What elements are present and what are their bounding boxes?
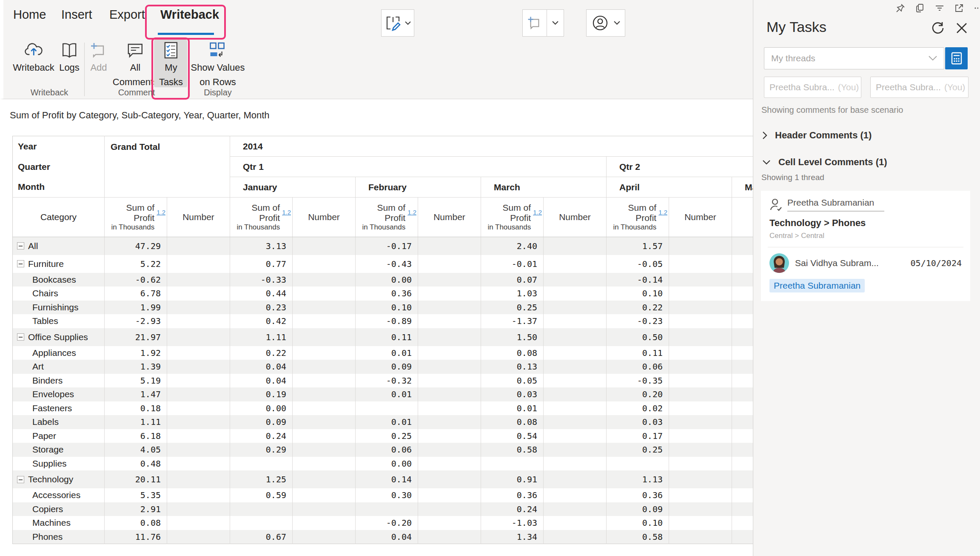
number-value-cell[interactable] xyxy=(293,401,356,416)
profit-value-cell[interactable]: 0.06 xyxy=(356,443,418,457)
profit-value-cell-clipped[interactable] xyxy=(732,346,755,360)
row-header-cell[interactable]: Chairs xyxy=(13,287,105,301)
row-header-cell[interactable]: Labels xyxy=(13,415,105,429)
number-value-cell[interactable] xyxy=(418,401,481,416)
number-value-cell[interactable] xyxy=(544,360,607,374)
number-format-link[interactable]: 1.2 xyxy=(533,209,542,216)
profit-value-cell[interactable]: -0.23 xyxy=(607,314,669,328)
profit-value-cell[interactable]: -0.05 xyxy=(607,255,669,273)
profit-value-cell-clipped[interactable] xyxy=(732,516,755,530)
number-value-cell[interactable] xyxy=(669,488,732,502)
profit-value-cell[interactable]: 1.11 xyxy=(230,328,293,346)
profit-value-cell[interactable]: 0.25 xyxy=(607,443,669,457)
number-value-cell[interactable] xyxy=(167,429,230,443)
number-value-cell[interactable] xyxy=(293,287,356,301)
profit-value-cell[interactable]: -1.03 xyxy=(481,516,544,530)
number-value-cell[interactable] xyxy=(544,502,607,516)
number-value-cell[interactable] xyxy=(544,488,607,502)
profit-value-cell[interactable]: 0.58 xyxy=(481,443,544,457)
profit-value-cell[interactable]: 0.06 xyxy=(607,360,669,374)
number-value-cell[interactable] xyxy=(544,443,607,457)
number-value-cell[interactable] xyxy=(669,360,732,374)
profit-value-cell[interactable]: -0.20 xyxy=(356,516,418,530)
number-value-cell[interactable] xyxy=(293,346,356,360)
number-value-cell[interactable] xyxy=(167,374,230,388)
number-value-cell[interactable] xyxy=(167,237,230,255)
number-value-cell[interactable] xyxy=(167,530,230,544)
row-header-cell[interactable]: Office Supplies xyxy=(13,328,105,346)
profit-value-cell[interactable]: -0.32 xyxy=(356,374,418,388)
profit-value-cell[interactable] xyxy=(607,457,669,471)
profit-value-cell[interactable]: 0.30 xyxy=(356,488,418,502)
number-value-cell[interactable] xyxy=(167,470,230,488)
number-value-cell[interactable] xyxy=(544,301,607,315)
profit-value-cell-clipped[interactable] xyxy=(732,488,755,502)
thread-filter-select[interactable]: My threads xyxy=(764,47,944,69)
number-value-cell[interactable] xyxy=(167,255,230,273)
profit-value-cell[interactable]: -0.14 xyxy=(607,273,669,287)
number-value-cell[interactable] xyxy=(669,470,732,488)
number-value-cell[interactable] xyxy=(293,429,356,443)
number-value-cell[interactable] xyxy=(167,443,230,457)
number-value-cell[interactable] xyxy=(669,374,732,388)
number-value-cell[interactable] xyxy=(418,530,481,544)
profit-value-cell[interactable]: 0.02 xyxy=(607,401,669,416)
writeback-button[interactable]: Writeback xyxy=(13,41,54,74)
header-comments-section-toggle[interactable]: Header Comments (1) xyxy=(761,130,872,141)
number-value-cell[interactable] xyxy=(167,273,230,287)
row-header-cell[interactable]: Phones xyxy=(13,530,105,544)
profit-value-cell[interactable]: 1.50 xyxy=(481,328,544,346)
add-comment-button[interactable]: Add xyxy=(90,41,108,74)
number-value-cell[interactable] xyxy=(418,237,481,255)
number-value-cell[interactable] xyxy=(669,502,732,516)
collapse-icon[interactable] xyxy=(17,242,24,249)
collapse-icon[interactable] xyxy=(17,333,24,341)
profit-value-cell[interactable]: 5.19 xyxy=(105,374,167,388)
profit-value-cell-clipped[interactable] xyxy=(732,429,755,443)
profit-value-cell[interactable]: -1.37 xyxy=(481,314,544,328)
number-value-cell[interactable] xyxy=(418,502,481,516)
number-value-cell[interactable] xyxy=(544,273,607,287)
profit-value-cell[interactable]: 6.78 xyxy=(105,287,167,301)
number-value-cell[interactable] xyxy=(167,488,230,502)
profit-value-cell[interactable]: 0.23 xyxy=(230,301,293,315)
profit-value-cell[interactable]: 0.01 xyxy=(481,401,544,416)
number-value-cell[interactable] xyxy=(418,387,481,401)
profit-value-cell[interactable]: 0.36 xyxy=(356,287,418,301)
tab-home[interactable]: Home xyxy=(13,8,46,22)
cell-reference-button[interactable] xyxy=(945,47,968,69)
tab-writeback[interactable]: Writeback xyxy=(160,8,219,22)
profit-value-cell[interactable]: 1.13 xyxy=(607,470,669,488)
refresh-icon[interactable] xyxy=(931,21,945,35)
profit-value-cell[interactable]: 0.19 xyxy=(230,387,293,401)
new-comment-dropdown[interactable] xyxy=(547,9,564,37)
number-value-cell[interactable] xyxy=(418,374,481,388)
profit-value-cell-clipped[interactable] xyxy=(732,415,755,429)
number-value-cell[interactable] xyxy=(669,429,732,443)
profit-value-cell[interactable]: 0.50 xyxy=(607,328,669,346)
number-format-link[interactable]: 1.2 xyxy=(658,209,667,216)
profit-value-cell[interactable]: 0.01 xyxy=(356,346,418,360)
profit-value-cell-clipped[interactable] xyxy=(732,273,755,287)
number-value-cell[interactable] xyxy=(167,360,230,374)
row-header-cell[interactable]: Binders xyxy=(13,374,105,388)
profit-value-cell-clipped[interactable] xyxy=(732,502,755,516)
profit-value-cell[interactable]: 0.08 xyxy=(481,415,544,429)
profit-value-cell[interactable] xyxy=(356,401,418,416)
assignee-filter-2[interactable]: Preetha Subra... (You) xyxy=(870,77,969,98)
profit-value-cell[interactable]: 0.03 xyxy=(607,415,669,429)
profit-value-cell[interactable]: 0.25 xyxy=(356,429,418,443)
profit-value-cell[interactable]: 0.58 xyxy=(607,530,669,544)
row-header-cell[interactable]: Machines xyxy=(13,516,105,530)
row-header-cell[interactable]: Supplies xyxy=(13,457,105,471)
number-value-cell[interactable] xyxy=(293,360,356,374)
profit-value-cell[interactable]: 0.03 xyxy=(481,387,544,401)
number-value-cell[interactable] xyxy=(669,516,732,530)
number-format-link[interactable]: 1.2 xyxy=(407,209,416,216)
profit-value-cell[interactable]: -0.62 xyxy=(105,273,167,287)
number-format-link[interactable]: 1.2 xyxy=(282,209,291,216)
number-value-cell[interactable] xyxy=(418,415,481,429)
profit-value-cell[interactable]: 0.25 xyxy=(481,301,544,315)
number-value-cell[interactable] xyxy=(293,314,356,328)
profit-value-cell-clipped[interactable] xyxy=(732,470,755,488)
